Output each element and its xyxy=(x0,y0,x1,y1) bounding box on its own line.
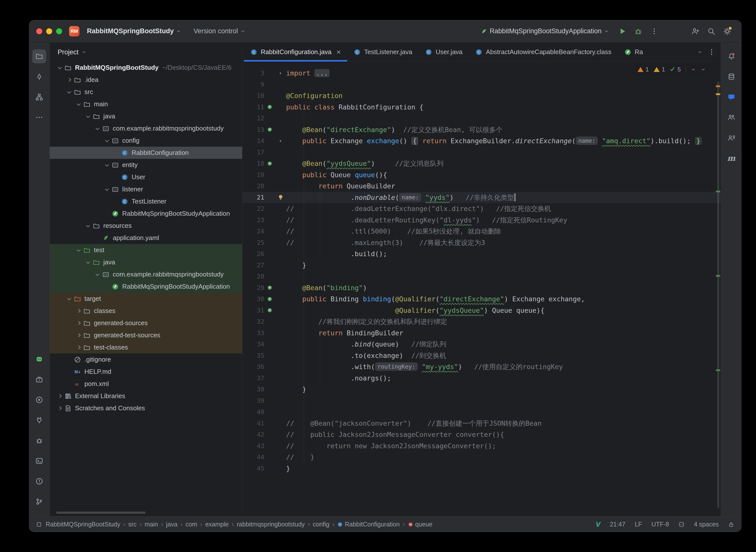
tree-item-test-classes[interactable]: test-classes xyxy=(50,341,242,354)
code-line-36[interactable]: 36 .with(routingKey: "my-yyds") //使用自定义的… xyxy=(242,361,721,373)
line-number[interactable]: 12 xyxy=(242,113,264,124)
spring-bean-gutter-icon[interactable] xyxy=(264,307,275,313)
tool-maven-button[interactable]: m xyxy=(725,151,738,165)
tree-item--gitignore[interactable]: .gitignore xyxy=(50,354,242,366)
vcs-widget[interactable]: V xyxy=(596,521,601,528)
tree-item-main[interactable]: main xyxy=(50,98,242,110)
tree-item-help-md[interactable]: MHELP.md xyxy=(50,366,242,378)
breadcrumb-item[interactable]: RabbitMQSpringBootStudy xyxy=(46,521,120,528)
code-line-24[interactable]: 24// .ttl(5000) //如果5秒没处理, 就自动删除 xyxy=(242,226,721,237)
line-number[interactable]: 45 xyxy=(242,463,264,474)
tab-testlistener-java[interactable]: CTestListener.java xyxy=(347,43,419,61)
line-number[interactable]: 33 xyxy=(242,327,264,339)
line-number[interactable]: 22 xyxy=(242,203,264,215)
inspection-warnings[interactable]: 1 xyxy=(654,66,665,73)
tree-item-entity[interactable]: entity xyxy=(50,159,242,171)
tree-item-test[interactable]: test xyxy=(50,244,242,256)
code-line-38[interactable]: 38 } xyxy=(242,384,721,395)
tree-chevron-icon[interactable] xyxy=(93,273,101,276)
tool-build-button[interactable] xyxy=(32,373,46,387)
tool-debug-button[interactable] xyxy=(32,434,46,447)
breadcrumb-item[interactable]: rabbitmqspringbootstudy xyxy=(237,521,305,528)
line-number[interactable]: 31 xyxy=(242,305,264,316)
tool-ai-chat-button[interactable] xyxy=(725,90,738,104)
run-button[interactable] xyxy=(616,24,629,38)
tree-item-src[interactable]: src xyxy=(50,86,242,98)
code-line-21[interactable]: 21 .nonDurable(name: "yyds") //非持久化类型 xyxy=(242,192,721,203)
code-line-14[interactable]: 14 public Exchange exchange() { return E… xyxy=(242,135,721,147)
line-number[interactable]: 23 xyxy=(242,215,264,226)
code-line-30[interactable]: 30 public Binding binding(@Qualifier("di… xyxy=(242,293,721,305)
inspections-widget[interactable]: 1 1 ✓ 5 xyxy=(635,64,709,75)
line-number[interactable]: 37 xyxy=(242,373,264,384)
line-number[interactable]: 30 xyxy=(242,293,264,305)
line-number[interactable]: 13 xyxy=(242,124,264,136)
tool-collaboration-button[interactable] xyxy=(725,111,738,124)
tree-item-com-example-rabbitmqspringbootstudy[interactable]: com.example.rabbitmqspringbootstudy xyxy=(50,122,242,135)
tree-chevron-icon[interactable] xyxy=(75,309,83,312)
code-line-12[interactable]: 12 xyxy=(242,113,721,124)
intention-bulb-icon[interactable] xyxy=(275,194,286,200)
caret-position[interactable]: 21:47 xyxy=(610,521,625,528)
line-separator[interactable]: LF xyxy=(635,521,642,528)
search-everywhere-button[interactable] xyxy=(705,24,718,38)
tree-chevron-icon[interactable] xyxy=(84,261,92,264)
code-line-34[interactable]: 34 .bind(queue) //绑定队列 xyxy=(242,338,721,350)
line-number[interactable]: 29 xyxy=(242,282,264,294)
breadcrumb-item[interactable]: mqueue xyxy=(408,521,433,528)
code-line-23[interactable]: 23// .deadLetterRoutingKey("dl-yyds") //… xyxy=(242,215,721,226)
code-line-25[interactable]: 25// .maxLength(3) //将最大长度设定为3 xyxy=(242,237,721,249)
line-number[interactable]: 25 xyxy=(242,237,264,249)
tree-item-java[interactable]: java xyxy=(50,110,242,122)
line-number[interactable]: 38 xyxy=(242,384,264,395)
code-line-18[interactable]: 18 @Bean("yydsQueue") //定义消息队列 xyxy=(242,158,721,169)
tool-git-button[interactable] xyxy=(32,495,46,509)
inspection-passed[interactable]: ✓ 5 xyxy=(670,65,681,73)
spring-bean-gutter-icon[interactable] xyxy=(264,161,275,166)
line-number[interactable]: 34 xyxy=(242,338,264,350)
close-window-button[interactable] xyxy=(36,28,42,34)
line-number[interactable]: 28 xyxy=(242,271,264,282)
breadcrumb-item[interactable]: com xyxy=(186,521,197,528)
tree-chevron-icon[interactable] xyxy=(93,127,101,130)
version-control-menu[interactable]: Version control xyxy=(191,25,248,37)
tool-ai-assistant-button[interactable] xyxy=(32,352,46,366)
ai-status-icon[interactable] xyxy=(678,522,684,527)
fold-arrow-icon[interactable] xyxy=(275,71,286,76)
tree-item-target[interactable]: target xyxy=(50,293,242,305)
code-line-11[interactable]: 11public class RabbitConfiguration { xyxy=(242,102,721,113)
settings-button[interactable] xyxy=(720,24,734,38)
code-line-33[interactable]: 33 return BindingBuilder xyxy=(242,327,721,339)
code-line-31[interactable]: 31 @Qualifier("yydsQueue") Queue queue){ xyxy=(242,305,721,316)
line-number[interactable]: 11 xyxy=(242,102,264,113)
more-actions-button[interactable] xyxy=(647,24,661,38)
tab-options-kebab-icon[interactable] xyxy=(708,48,715,56)
code-line-27[interactable]: 27 } xyxy=(242,260,721,271)
tab-abstractautowirecapablebeanfactory-class[interactable]: CAbstractAutowireCapableBeanFactory.clas… xyxy=(469,43,618,61)
zoom-window-button[interactable] xyxy=(56,28,62,34)
breadcrumb-item[interactable]: main xyxy=(144,521,158,528)
code-line-19[interactable]: 19 public Queue queue(){ xyxy=(242,169,721,181)
breadcrumb-item[interactable]: example xyxy=(205,521,229,528)
tree-chevron-icon[interactable] xyxy=(75,322,83,324)
code-line-42[interactable]: 42// public Jackson2JsonMessageConverter… xyxy=(242,429,721,440)
warning-stripe-mark[interactable] xyxy=(716,93,720,95)
tool-structure-button[interactable] xyxy=(32,90,46,104)
breadcrumb-item[interactable]: src xyxy=(128,521,137,528)
window-icon[interactable] xyxy=(36,522,42,527)
tree-chevron-icon[interactable] xyxy=(75,249,83,251)
code-line-20[interactable]: 20 return QueueBuilder xyxy=(242,180,721,192)
breadcrumb-item[interactable]: CRabbitConfiguration xyxy=(337,521,400,528)
tool-run-button[interactable] xyxy=(32,393,46,407)
tree-chevron-icon[interactable] xyxy=(84,224,92,227)
line-number[interactable]: 17 xyxy=(242,147,264,158)
tree-chevron-icon[interactable] xyxy=(75,346,83,349)
code-line-32[interactable]: 32 //将我们刚刚定义的交换机和队列进行绑定 xyxy=(242,316,721,327)
line-number[interactable]: 14 xyxy=(242,135,264,147)
tree-chevron-icon[interactable] xyxy=(65,297,73,300)
code-line-40[interactable]: 40 xyxy=(242,406,721,418)
tool-code-with-me-button[interactable] xyxy=(725,131,738,145)
tree-chevron-icon[interactable] xyxy=(75,334,83,336)
breadcrumb-item[interactable]: config xyxy=(313,521,329,528)
debug-button[interactable] xyxy=(631,24,645,38)
